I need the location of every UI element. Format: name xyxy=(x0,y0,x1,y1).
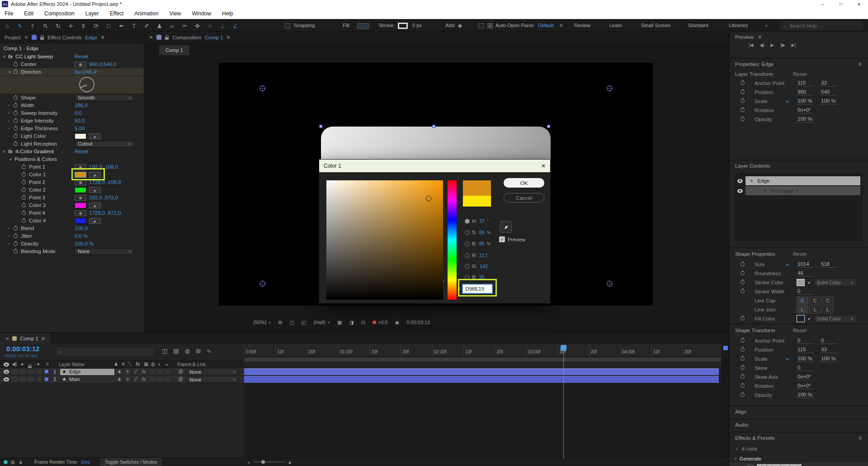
property-value[interactable]: 1728,0 ,972,0 xyxy=(89,210,121,216)
label-column-icon[interactable]: ♦ xyxy=(37,361,39,367)
layer-name[interactable]: Main xyxy=(69,377,80,383)
property-value[interactable]: 540 xyxy=(820,89,837,95)
property-value[interactable]: 0 xyxy=(797,338,814,344)
tool-icon[interactable]: ∠ xyxy=(231,23,239,29)
menu-item[interactable]: Layer xyxy=(85,10,99,17)
workspace-libraries[interactable]: Libraries xyxy=(729,23,748,28)
panel-menu-icon[interactable]: ≡ xyxy=(227,34,230,41)
solo-toggle[interactable] xyxy=(19,376,26,382)
property-value[interactable]: 0x+0° xyxy=(797,374,814,380)
lock-toggle[interactable] xyxy=(27,368,34,375)
stopwatch-icon[interactable] xyxy=(14,242,21,246)
layer-name-cell[interactable]: ★ Main xyxy=(60,377,114,383)
fx-toggle[interactable]: fx xyxy=(140,368,147,375)
eyedropper-button[interactable]: ✒ xyxy=(89,187,101,193)
menu-item[interactable]: Help xyxy=(222,10,233,17)
viewport-control[interactable]: ⊡ xyxy=(361,320,365,325)
timeline-scrollbar[interactable] xyxy=(722,344,729,458)
line-cap-round-button[interactable]: C xyxy=(809,297,821,305)
stroke-color-swatch[interactable] xyxy=(797,279,805,286)
property-value[interactable]: 33 xyxy=(820,80,837,86)
stroke-swatch[interactable] xyxy=(398,23,408,29)
property-value[interactable]: 0x+0° xyxy=(797,383,814,389)
stopwatch-icon[interactable] xyxy=(14,234,21,238)
radio-button[interactable] xyxy=(465,219,470,224)
switch-cell[interactable] xyxy=(165,368,172,375)
effects-item-row[interactable]: 16 4-Color Gradient xyxy=(730,462,868,466)
menu-item[interactable]: File xyxy=(5,10,13,17)
fx-toggle[interactable]: fx xyxy=(140,376,147,382)
stopwatch-icon[interactable] xyxy=(741,99,755,104)
channel-value[interactable]: 217 xyxy=(479,253,487,258)
tool-icon[interactable]: ♟ xyxy=(156,23,163,29)
expander-icon[interactable]: › xyxy=(8,226,14,231)
expander-icon[interactable]: › xyxy=(8,241,14,246)
viewport-control[interactable]: ◫ xyxy=(289,320,294,325)
property-value[interactable]: 100 % xyxy=(797,392,814,398)
fill-color-swatch[interactable] xyxy=(797,315,805,322)
stopwatch-icon[interactable] xyxy=(741,117,755,122)
stopwatch-icon[interactable] xyxy=(741,316,755,321)
direction-dial[interactable] xyxy=(79,77,94,92)
audio-column-icon[interactable]: ◀) xyxy=(12,361,17,367)
property-value[interactable]: 100 % xyxy=(820,356,837,362)
stopwatch-icon[interactable] xyxy=(741,289,755,294)
snapping-checkbox[interactable] xyxy=(285,23,290,28)
expander-icon[interactable]: › xyxy=(8,234,14,238)
timeline-toggle-icon[interactable]: ∿ xyxy=(207,348,212,354)
viewport-control[interactable]: ◉ xyxy=(395,320,400,325)
effects-item-4-color-gradient[interactable]: 4-Color Gradient xyxy=(757,464,802,466)
property-value[interactable]: 33 xyxy=(820,347,837,353)
playhead-handle[interactable] xyxy=(561,345,566,351)
menu-item[interactable]: Effect xyxy=(110,10,123,17)
zoom-in-icon[interactable]: ▲ xyxy=(288,459,292,465)
channel-value[interactable]: 88 xyxy=(479,230,484,235)
gradient-point-marker[interactable] xyxy=(259,281,265,287)
eyedropper-button[interactable]: ✒ xyxy=(89,133,101,139)
reset-link[interactable]: Reset xyxy=(793,251,807,257)
stopwatch-icon[interactable] xyxy=(22,196,29,200)
zoom-slider-knob[interactable] xyxy=(261,460,265,464)
property-value[interactable]: 960 xyxy=(797,89,814,95)
eye-icon[interactable] xyxy=(737,189,743,193)
parent-pickwhip-icon[interactable]: @ xyxy=(178,368,183,375)
flowchart-icon[interactable]: ♟ xyxy=(19,459,23,465)
tool-icon[interactable]: ⚲ xyxy=(40,21,51,31)
property-value[interactable]: 100,0 xyxy=(75,226,88,231)
stopwatch-icon[interactable] xyxy=(741,262,755,267)
line-cap-butt-button[interactable]: C xyxy=(797,297,808,305)
tool-icon[interactable]: ↖ xyxy=(16,23,24,29)
property-value[interactable]: 0,0 % xyxy=(75,233,88,239)
current-timecode[interactable]: 0:00:03:12 xyxy=(6,345,39,353)
help-search-input[interactable]: ⌕ Search Help xyxy=(780,21,863,30)
menu-item[interactable]: Edit xyxy=(24,10,33,17)
channel-value[interactable]: 142 xyxy=(480,264,488,269)
workspace-learn[interactable]: Learn xyxy=(609,23,622,28)
timeline-toggle-icon[interactable]: ⊞ xyxy=(196,348,201,354)
gradient-point-marker[interactable] xyxy=(607,85,613,91)
chevron-down-icon[interactable]: ∨ xyxy=(734,457,737,461)
layer-duration-bar[interactable] xyxy=(244,376,719,383)
parent-dropdown[interactable]: None ∨ xyxy=(186,368,239,375)
tool-icon[interactable]: ✑ xyxy=(181,23,189,29)
expander-icon[interactable]: ∨ xyxy=(9,157,14,161)
mask-feather-icon[interactable] xyxy=(478,23,484,28)
quality-toggle[interactable]: ╱ xyxy=(132,368,139,375)
solo-column-icon[interactable]: ● xyxy=(21,361,24,367)
tool-icon[interactable]: ⇕ xyxy=(80,23,87,29)
property-value[interactable]: 50,0 xyxy=(75,118,85,123)
eyedropper-icon[interactable]: ✒ xyxy=(806,279,812,286)
effects-toggle[interactable]: ☀ xyxy=(124,376,131,382)
panel-menu-icon[interactable]: ≡ xyxy=(859,435,862,441)
property-value[interactable]: 115 xyxy=(797,80,814,86)
crosshair-button[interactable]: ⊕ xyxy=(75,61,86,67)
tool-icon[interactable]: ⊹ xyxy=(206,23,214,29)
effects-search-input[interactable]: ⌕ 4-color xyxy=(730,443,868,454)
color-swatch[interactable] xyxy=(75,202,86,208)
stopwatch-icon[interactable] xyxy=(14,142,21,146)
property-value[interactable]: 100 % xyxy=(820,98,837,104)
reset-link[interactable]: Reset xyxy=(793,328,807,333)
timeline-zoom-slider[interactable] xyxy=(253,461,285,462)
switch-cell[interactable] xyxy=(148,368,156,375)
color-field-marker[interactable] xyxy=(426,196,431,201)
